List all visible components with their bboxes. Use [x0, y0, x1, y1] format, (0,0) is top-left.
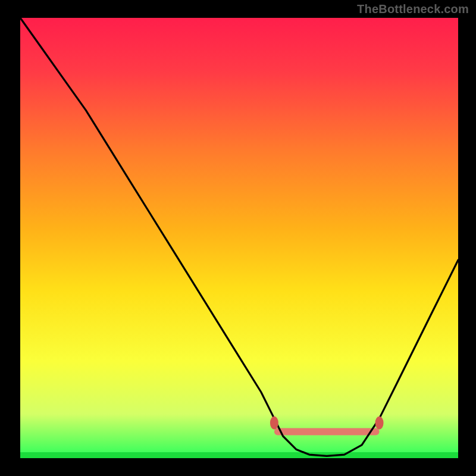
svg-rect-2	[274, 428, 380, 436]
svg-point-4	[375, 416, 384, 430]
chart-frame: TheBottleneck.com	[0, 0, 476, 476]
watermark-text: TheBottleneck.com	[357, 2, 469, 16]
bottleneck-chart	[0, 0, 476, 476]
svg-point-3	[270, 416, 278, 430]
svg-rect-1	[20, 452, 458, 458]
